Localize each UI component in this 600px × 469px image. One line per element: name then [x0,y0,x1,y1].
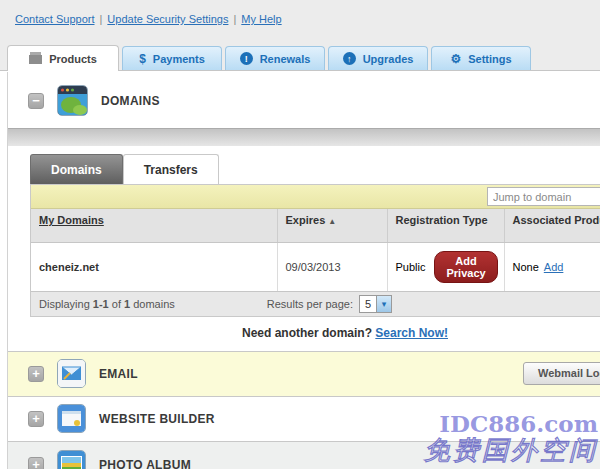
search-now-link[interactable]: Search Now! [375,326,448,340]
add-privacy-button[interactable]: Add Privacy [434,251,497,283]
associated-products-value: None [513,261,539,273]
registration-type-value: Public [396,261,426,273]
update-security-settings-link[interactable]: Update Security Settings [107,13,228,25]
section-divider-bar [8,128,600,146]
domains-table-card: My Domains Expires▲ Registration Type As… [30,184,600,317]
website-builder-section-row: + WEBSITE BUILDER [8,396,600,441]
contact-support-link[interactable]: Contact Support [15,13,95,25]
website-builder-app-icon [57,404,86,433]
products-box-icon [29,52,42,66]
products-panel: − DOMAINS Domains Transfers [7,72,600,469]
link-separator: | [100,13,103,25]
column-expires[interactable]: Expires [286,214,326,226]
results-per-page-label: Results per page: [267,298,353,310]
photo-album-app-icon [57,450,86,469]
domains-card: Domains Transfers My Domains Expires▲ Re… [30,153,600,317]
webmail-login-button[interactable]: Webmail Login [523,362,600,385]
email-app-icon [57,359,86,388]
tab-payments[interactable]: $ Payments [122,46,222,70]
displaying-text: Displaying 1-1 of 1 domains [39,298,175,310]
tab-renewals-label: Renewals [260,53,311,65]
tab-settings-label: Settings [468,53,511,65]
tab-upgrades[interactable]: ↑ Upgrades [328,46,428,70]
jump-to-domain-input[interactable] [487,187,600,206]
domain-name[interactable]: cheneiz.net [39,261,99,273]
sort-ascending-icon: ▲ [328,217,336,226]
email-section-row: + EMAIL Webmail Login [8,351,600,396]
photo-album-section-row: + PHOTO ALBUM [8,441,600,469]
photo-album-section-title: PHOTO ALBUM [99,458,191,469]
domains-app-icon [57,85,88,116]
chevron-down-icon: ▾ [376,296,391,312]
results-per-page: Results per page: 5 ▾ [267,295,392,313]
tab-renewals[interactable]: ! Renewals [225,46,325,70]
column-associated-products: Associated Products [513,214,600,226]
main-tab-strip: Products $ Payments ! Renewals ↑ Upgrade… [0,40,600,71]
tab-transfers[interactable]: Transfers [123,154,219,184]
my-help-link[interactable]: My Help [241,13,281,25]
add-associated-link[interactable]: Add [544,261,564,273]
tab-products-label: Products [49,53,97,65]
column-my-domains[interactable]: My Domains [39,214,104,226]
info-circle-icon: ! [240,52,253,65]
gear-icon: ⚙ [450,53,461,65]
promo-question: Need another domain? [242,326,372,340]
tab-products[interactable]: Products [7,45,119,71]
expires-date: 09/03/2013 [277,242,387,291]
top-links-bar: Contact Support|Update Security Settings… [0,0,600,40]
domain-promo: Need another domain? Search Now! [8,317,600,351]
results-per-page-select[interactable]: 5 ▾ [359,295,392,313]
up-arrow-circle-icon: ↑ [343,52,356,65]
results-per-page-value: 5 [360,296,376,312]
column-registration-type: Registration Type [396,214,488,226]
tab-upgrades-label: Upgrades [363,53,414,65]
expand-email-button[interactable]: + [28,366,44,382]
tab-domains[interactable]: Domains [30,154,123,184]
tab-settings[interactable]: ⚙ Settings [431,46,531,70]
link-separator: | [233,13,236,25]
collapse-domains-button[interactable]: − [28,93,44,109]
table-footer: Displaying 1-1 of 1 domains Results per … [31,291,600,316]
table-row: cheneiz.net 09/03/2013 Public Add Privac… [31,242,600,291]
table-header-row: My Domains Expires▲ Registration Type As… [31,209,600,242]
domains-section-title: DOMAINS [101,94,160,108]
domain-search-bar [31,185,600,209]
expand-photo-album-button[interactable]: + [28,457,44,469]
tab-payments-label: Payments [153,53,205,65]
website-builder-section-title: WEBSITE BUILDER [99,412,215,426]
email-section-title: EMAIL [99,367,138,381]
domains-section-header: − DOMAINS [8,72,600,128]
dollar-icon: $ [139,53,146,65]
expand-website-builder-button[interactable]: + [28,411,44,427]
domains-table: My Domains Expires▲ Registration Type As… [31,209,600,291]
domains-inner-tabs: Domains Transfers [30,153,600,184]
